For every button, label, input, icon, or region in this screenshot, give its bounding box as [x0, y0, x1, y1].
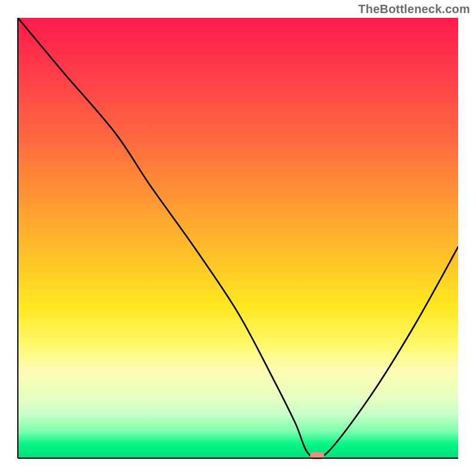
curve-svg — [18, 18, 458, 458]
x-axis — [18, 458, 458, 459]
bottleneck-curve-path — [18, 18, 458, 458]
plot-area — [18, 18, 458, 458]
watermark-text: TheBottleneck.com — [358, 2, 470, 16]
y-axis — [17, 18, 18, 458]
bottleneck-chart: TheBottleneck.com — [0, 0, 476, 476]
